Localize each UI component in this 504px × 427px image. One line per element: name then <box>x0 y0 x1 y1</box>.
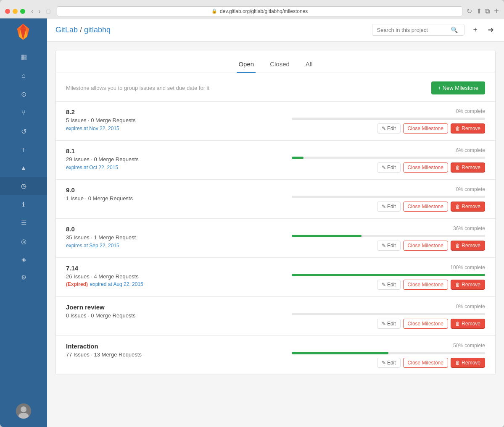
browser-actions: ⬆ ⧉ <box>476 7 490 15</box>
edit-button[interactable]: ✎ Edit <box>377 319 401 329</box>
close-milestone-button[interactable]: Close Milestone <box>403 162 448 173</box>
add-icon-button[interactable]: + <box>471 24 479 36</box>
milestone-right: 0% complete ✎ Edit Close Milestone 🗑 Rem… <box>292 304 485 329</box>
tab-closed[interactable]: Closed <box>268 57 291 73</box>
milestone-expires-row: (Expired) expired at Aug 22, 2015 <box>66 281 292 287</box>
edit-button[interactable]: ✎ Edit <box>377 241 401 251</box>
tab-all[interactable]: All <box>304 57 314 73</box>
refresh-button[interactable]: ↻ <box>467 7 472 15</box>
sidebar-avatar[interactable] <box>16 403 31 419</box>
project-link[interactable]: gitlabhq <box>84 26 111 34</box>
minimize-dot[interactable] <box>13 9 18 14</box>
edit-button[interactable]: ✎ Edit <box>377 280 401 290</box>
sidebar-item-list[interactable]: ☰ <box>0 214 47 232</box>
milestone-actions: ✎ Edit Close Milestone 🗑 Remove <box>377 319 485 329</box>
user-icon-button[interactable]: ➜ <box>486 24 496 36</box>
browser-nav: ‹ › □ <box>29 7 53 16</box>
back-button[interactable]: ‹ <box>29 7 35 16</box>
sidebar-item-info[interactable]: ℹ <box>0 196 47 213</box>
remove-button[interactable]: 🗑 Remove <box>451 162 485 173</box>
header: GitLab / gitlabhq 🔍 + ➜ <box>47 18 504 42</box>
sidebar-item-milestones[interactable]: ◷ <box>0 177 47 195</box>
share-button[interactable]: ⬆ <box>476 7 482 15</box>
edit-button[interactable]: ✎ Edit <box>377 202 401 212</box>
edit-button[interactable]: ✎ Edit <box>377 123 401 134</box>
maximize-dot[interactable] <box>20 9 25 14</box>
remove-button[interactable]: 🗑 Remove <box>451 280 485 290</box>
sidebar-item-members[interactable]: ◎ <box>0 233 47 250</box>
progress-bar <box>292 118 485 120</box>
sidebar-item-issues[interactable]: ⊙ <box>0 85 47 103</box>
content-card: Open Closed All Milestone allows you to … <box>55 50 496 375</box>
remove-button[interactable]: 🗑 Remove <box>451 202 485 212</box>
tab-open[interactable]: Open <box>237 57 256 73</box>
milestone-title[interactable]: 9.0 <box>66 186 292 194</box>
close-milestone-button[interactable]: Close Milestone <box>403 123 448 134</box>
remove-button[interactable]: 🗑 Remove <box>451 358 485 368</box>
sidebar: ▦ ⌂ ⊙ ⑂ ↺ ⊢ ▲ ◷ ℹ <box>0 18 47 427</box>
milestone-title[interactable]: 8.0 <box>66 225 292 233</box>
milestone-left: 8.2 5 Issues · 0 Merge Requests expires … <box>66 108 292 131</box>
remove-button[interactable]: 🗑 Remove <box>451 319 485 329</box>
sidebar-item-pipelines[interactable]: ⊢ <box>0 141 47 158</box>
close-milestone-button[interactable]: Close Milestone <box>403 241 448 251</box>
milestone-item: 9.0 1 Issue · 0 Merge Requests 0% comple… <box>56 179 495 218</box>
sidebar-item-settings[interactable]: ⚙ <box>0 269 47 286</box>
milestone-item: 7.14 26 Issues · 4 Merge Requests (Expir… <box>56 257 495 296</box>
reading-mode-button[interactable]: ⧉ <box>485 7 490 15</box>
complete-label: 36% complete <box>453 225 485 231</box>
milestones-list: 8.2 5 Issues · 0 Merge Requests expires … <box>56 101 495 375</box>
milestone-title[interactable]: Joern review <box>66 304 292 311</box>
edit-button[interactable]: ✎ Edit <box>377 358 401 368</box>
milestone-right: 0% complete ✎ Edit Close Milestone 🗑 Rem… <box>292 108 485 134</box>
sidebar-item-history[interactable]: ↺ <box>0 123 47 141</box>
user-avatar[interactable] <box>16 403 31 419</box>
milestone-meta: 5 Issues · 0 Merge Requests <box>66 117 292 123</box>
complete-label: 0% complete <box>456 108 485 114</box>
gitlab-link[interactable]: GitLab <box>55 26 78 34</box>
milestone-left: Joern review 0 Issues · 0 Merge Requests <box>66 304 292 320</box>
milestone-item: 8.0 35 Issues · 1 Merge Request expires … <box>56 218 495 257</box>
sidebar-item-graphs[interactable]: ▲ <box>0 159 47 176</box>
search-bar[interactable]: 🔍 <box>372 24 464 36</box>
close-milestone-button[interactable]: Close Milestone <box>403 358 448 368</box>
sidebar-item-dashboard[interactable]: ▦ <box>0 48 47 66</box>
remove-button[interactable]: 🗑 Remove <box>451 241 485 251</box>
sidebar-item-home[interactable]: ⌂ <box>0 67 47 84</box>
progress-bar <box>292 313 485 315</box>
milestone-row: Interaction 77 Issues · 13 Merge Request… <box>66 343 485 368</box>
milestone-actions: ✎ Edit Close Milestone 🗑 Remove <box>377 202 485 212</box>
window-button[interactable]: □ <box>44 7 53 16</box>
sidebar-nav: ▦ ⌂ ⊙ ⑂ ↺ ⊢ ▲ ◷ ℹ <box>0 48 47 286</box>
complete-label: 100% complete <box>450 265 485 270</box>
close-milestone-button[interactable]: Close Milestone <box>403 319 448 329</box>
search-input[interactable] <box>377 27 448 33</box>
close-milestone-button[interactable]: Close Milestone <box>403 202 448 212</box>
milestone-left: 8.1 29 Issues · 0 Merge Requests expires… <box>66 147 292 170</box>
milestone-right: 50% complete ✎ Edit Close Milestone 🗑 Re… <box>292 343 485 368</box>
sidebar-item-merge-requests[interactable]: ⑂ <box>0 104 47 122</box>
close-dot[interactable] <box>5 9 10 14</box>
milestone-title[interactable]: Interaction <box>66 343 292 350</box>
milestone-meta: 29 Issues · 0 Merge Requests <box>66 156 292 162</box>
milestone-title[interactable]: 8.2 <box>66 108 292 115</box>
milestone-title[interactable]: 7.14 <box>66 265 292 272</box>
complete-label: 0% complete <box>456 304 485 309</box>
milestone-expires: expires at Nov 22, 2015 <box>66 126 119 131</box>
milestone-row: 9.0 1 Issue · 0 Merge Requests 0% comple… <box>66 186 485 212</box>
close-milestone-button[interactable]: Close Milestone <box>403 280 448 290</box>
header-title: GitLab / gitlabhq <box>55 26 111 34</box>
url-bar[interactable]: 🔒 dev.gitlab.org/gitlab/gitlabhq/milesto… <box>57 6 462 16</box>
milestone-row: Joern review 0 Issues · 0 Merge Requests… <box>66 304 485 329</box>
remove-button[interactable]: 🗑 Remove <box>451 123 485 134</box>
new-milestone-button[interactable]: + New Milestone <box>431 81 485 94</box>
milestone-left: 8.0 35 Issues · 1 Merge Request expires … <box>66 225 292 249</box>
complete-label: 6% complete <box>456 147 485 153</box>
new-tab-button[interactable]: + <box>494 6 499 16</box>
milestone-item: 8.2 5 Issues · 0 Merge Requests expires … <box>56 101 495 140</box>
edit-button[interactable]: ✎ Edit <box>377 162 401 173</box>
sidebar-item-tags[interactable]: ◈ <box>0 251 47 268</box>
milestone-actions: ✎ Edit Close Milestone 🗑 Remove <box>377 280 485 290</box>
forward-button[interactable]: › <box>37 7 42 16</box>
milestone-title[interactable]: 8.1 <box>66 147 292 155</box>
